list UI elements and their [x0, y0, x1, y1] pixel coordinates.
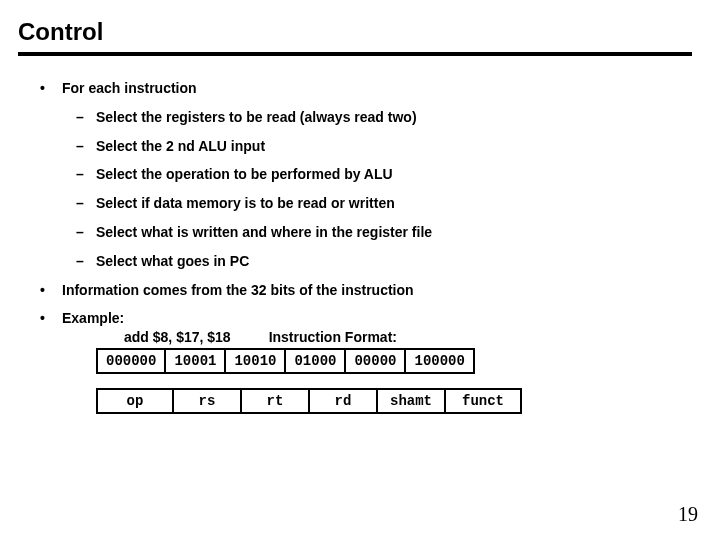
sub-alu-op: – Select the operation to be performed b… — [76, 166, 692, 183]
sub-regfile: – Select what is written and where in th… — [76, 224, 692, 241]
encoding-table: 000000 10001 10010 01000 00000 100000 — [96, 348, 475, 374]
page-number: 19 — [678, 503, 698, 526]
sub-mem: – Select if data memory is to be read or… — [76, 195, 692, 212]
bullet-for-each: • For each instruction — [40, 80, 692, 97]
field-rs-value: 10001 — [165, 349, 225, 373]
example-format-label: Instruction Format: — [269, 329, 397, 345]
bullet-marker: • — [40, 80, 62, 97]
sub-alu-input: – Select the 2 nd ALU input — [76, 138, 692, 155]
field-op-name: op — [97, 389, 173, 413]
bullet-text: Information comes from the 32 bits of th… — [62, 282, 414, 299]
sub-text: Select what is written and where in the … — [96, 224, 432, 241]
field-funct-value: 100000 — [405, 349, 473, 373]
example-block: add $8, $17, $18Instruction Format: 0000… — [96, 329, 692, 414]
field-op-value: 000000 — [97, 349, 165, 373]
field-rd-name: rd — [309, 389, 377, 413]
field-rt-value: 10010 — [225, 349, 285, 373]
bullet-example: • Example: — [40, 310, 692, 327]
title-rule — [18, 52, 692, 56]
sub-text: Select the operation to be performed by … — [96, 166, 393, 183]
bullet-text: For each instruction — [62, 80, 197, 97]
dash-marker: – — [76, 109, 96, 126]
dash-marker: – — [76, 195, 96, 212]
bullet-list: • For each instruction – Select the regi… — [18, 80, 692, 414]
example-heading: add $8, $17, $18Instruction Format: — [124, 329, 692, 346]
field-rd-value: 01000 — [285, 349, 345, 373]
sub-text: Select what goes in PC — [96, 253, 249, 270]
dash-marker: – — [76, 253, 96, 270]
bullet-info: • Information comes from the 32 bits of … — [40, 282, 692, 299]
field-shamt-value: 00000 — [345, 349, 405, 373]
bullet-marker: • — [40, 282, 62, 299]
sub-pc: – Select what goes in PC — [76, 253, 692, 270]
field-rs-name: rs — [173, 389, 241, 413]
example-instruction: add $8, $17, $18 — [124, 329, 231, 345]
field-funct-name: funct — [445, 389, 521, 413]
field-rt-name: rt — [241, 389, 309, 413]
dash-marker: – — [76, 138, 96, 155]
sub-text: Select if data memory is to be read or w… — [96, 195, 395, 212]
sub-text: Select the 2 nd ALU input — [96, 138, 265, 155]
dash-marker: – — [76, 166, 96, 183]
sub-text: Select the registers to be read (always … — [96, 109, 417, 126]
bullet-text: Example: — [62, 310, 124, 327]
dash-marker: – — [76, 224, 96, 241]
sub-registers: – Select the registers to be read (alway… — [76, 109, 692, 126]
page-title: Control — [18, 18, 692, 46]
field-shamt-name: shamt — [377, 389, 445, 413]
field-names-table: op rs rt rd shamt funct — [96, 388, 522, 414]
bullet-marker: • — [40, 310, 62, 327]
